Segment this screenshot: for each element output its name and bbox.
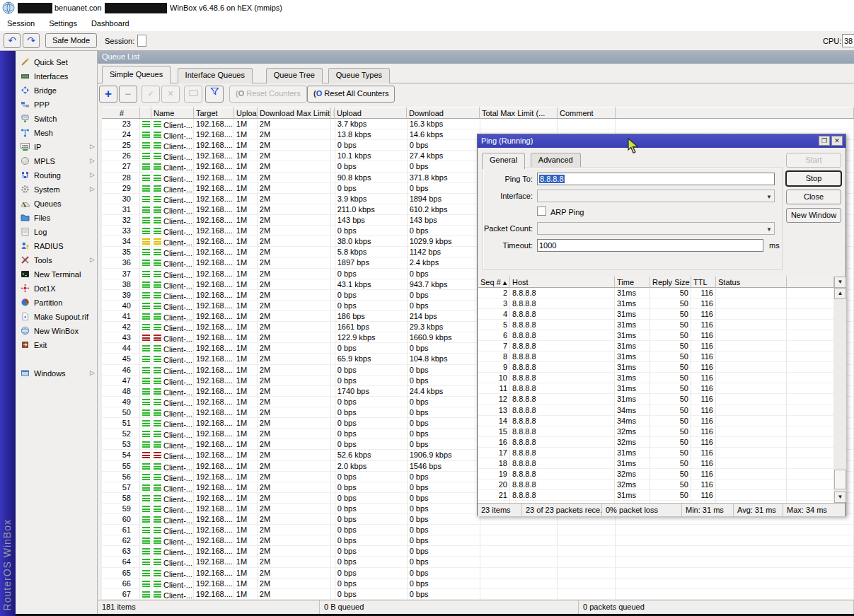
sidebar-item-partition[interactable]: Partition [16, 296, 98, 310]
timeout-input[interactable]: 1000 [537, 239, 763, 252]
column-header-Reply Size[interactable]: Reply Size [650, 277, 691, 288]
ping-result-row[interactable]: 138.8.8.834ms50116 [478, 405, 834, 416]
sidebar-item-ip[interactable]: 255IP▷ [16, 140, 98, 154]
ping-result-row[interactable]: 58.8.8.831ms50116 [478, 320, 834, 330]
sidebar-item-dot1x[interactable]: Dot1X [16, 281, 98, 296]
tab-simple-queues[interactable]: Simple Queues [102, 66, 171, 83]
table-row[interactable]: 63 Client-...192.168....1M2M0 bps0 bps [102, 546, 854, 557]
column-header-Host[interactable]: Host [510, 277, 615, 288]
ping-result-row[interactable]: 148.8.8.834ms50116 [478, 416, 834, 426]
remove-queue-button[interactable]: − [119, 86, 137, 103]
undo-button[interactable]: ↶ [4, 33, 21, 48]
ping-result-row[interactable]: 38.8.8.831ms50116 [478, 298, 834, 309]
column-header-Seq #[interactable]: Seq # ▴ [478, 277, 510, 288]
column-header-Download[interactable]: Download [407, 107, 480, 119]
sidebar-item-switch[interactable]: Switch [16, 112, 98, 126]
stop-button[interactable]: Stop [786, 171, 841, 186]
ping-result-row[interactable]: 178.8.8.831ms50116 [478, 448, 834, 458]
tab-queue-types[interactable]: Queue Types [328, 68, 390, 83]
disable-queue-button[interactable]: ✕ [161, 86, 180, 103]
queue-list-window-title[interactable]: Queue List [98, 51, 854, 64]
sidebar-item-tools[interactable]: Tools▷ [16, 253, 98, 267]
ping-result-row[interactable]: 168.8.8.832ms50116 [478, 437, 834, 448]
column-header-Upload[interactable]: Upload [335, 107, 407, 119]
sidebar-item-ppp[interactable]: PPP [16, 98, 98, 112]
column-header-blank[interactable] [787, 277, 834, 288]
tab-interface-queues[interactable]: Interface Queues [178, 68, 253, 83]
table-row[interactable]: 61 Client-...192.168....1M2M0 bps0 bps [102, 525, 854, 535]
column-header-Download Max Limit[interactable]: Download Max Limit [258, 107, 331, 119]
column-menu-button[interactable]: ▼ [834, 277, 846, 288]
ping-result-row[interactable]: 68.8.8.831ms50116 [478, 330, 834, 341]
column-header-Name[interactable]: Name [151, 107, 194, 119]
sidebar-item-new-terminal[interactable]: New Terminal [16, 267, 98, 281]
ping-dialog-title[interactable]: Ping (Running) [478, 134, 846, 148]
column-header-Total Max Limit (...[interactable]: Total Max Limit (... [480, 107, 558, 119]
ping-result-row[interactable]: 218.8.8.831ms50116 [478, 490, 834, 501]
column-header-#[interactable]: # [102, 107, 140, 119]
ping-table-scrollbar[interactable]: ▲ ▼ [834, 288, 846, 503]
packet-count-select[interactable]: ▼ [537, 222, 775, 235]
arp-ping-checkbox[interactable] [537, 207, 546, 216]
ping-result-row[interactable]: 188.8.8.831ms50116 [478, 458, 834, 469]
ping-result-row[interactable]: 28.8.8.831ms50116 [478, 288, 834, 298]
ping-result-row[interactable]: 198.8.8.832ms50116 [478, 469, 834, 480]
column-header-TTL[interactable]: TTL [691, 277, 716, 288]
close-icon[interactable]: ✕ [831, 136, 843, 146]
sidebar-item-interfaces[interactable]: Interfaces [16, 69, 98, 83]
ping-to-input[interactable]: 8.8.8.8 [537, 173, 775, 185]
ping-result-row[interactable]: 88.8.8.831ms50116 [478, 351, 834, 362]
interface-select[interactable]: ▼ [537, 190, 775, 202]
filter-button[interactable] [205, 86, 224, 103]
sidebar-item-quick-set[interactable]: Quick Set [16, 55, 98, 69]
column-header-Comment[interactable]: Comment [558, 107, 616, 119]
ping-result-row[interactable]: 158.8.8.832ms50116 [478, 426, 834, 437]
sidebar-item-log[interactable]: Log [16, 225, 98, 239]
tab-queue-tree[interactable]: Queue Tree [266, 68, 323, 83]
maximize-icon[interactable]: ❐ [819, 136, 830, 146]
column-header-Uploa...[interactable]: Uploa... [234, 107, 258, 119]
enable-queue-button[interactable]: ✓ [142, 86, 160, 103]
scroll-down-icon[interactable]: ▼ [834, 492, 846, 503]
ping-result-row[interactable]: 208.8.8.832ms50116 [478, 480, 834, 490]
scrollbar-thumb[interactable] [834, 470, 846, 489]
table-row[interactable]: 23 Client-...192.168....1M2M3.7 kbps16.3… [102, 119, 854, 129]
column-header-blank[interactable] [140, 107, 151, 119]
sidebar-item-exit[interactable]: Exit [16, 338, 98, 352]
comment-button[interactable] [184, 86, 202, 103]
ping-result-row[interactable]: 128.8.8.831ms50116 [478, 394, 834, 405]
sidebar-item-system[interactable]: System▷ [16, 182, 98, 197]
column-header-Status[interactable]: Status [716, 277, 787, 288]
reset-all-counters-button[interactable]: (O Reset All Counters [307, 86, 395, 103]
ping-result-row[interactable]: 78.8.8.831ms50116 [478, 341, 834, 351]
scroll-up-icon[interactable]: ▲ [834, 288, 846, 299]
redo-button[interactable]: ↷ [23, 33, 40, 48]
sidebar-item-files[interactable]: Files [16, 211, 98, 225]
menu-dashboard[interactable]: Dashboard [84, 17, 137, 28]
table-row[interactable]: 67 Client-...192.168....1M2M0 bps0 bps [102, 589, 854, 600]
start-button[interactable]: Start [786, 153, 841, 168]
column-header-Target[interactable]: Target [194, 107, 234, 119]
menu-settings[interactable]: Settings [42, 17, 84, 28]
sidebar-item-mpls[interactable]: MPLS▷ [16, 154, 98, 168]
sidebar-item-queues[interactable]: Queues [16, 197, 98, 211]
ping-result-row[interactable]: 118.8.8.831ms50116 [478, 383, 834, 394]
tab-advanced[interactable]: Advanced [531, 153, 581, 167]
column-header-blank[interactable] [616, 107, 854, 119]
table-row[interactable]: 64 Client-...192.168....1M2M0 bps0 bps [102, 557, 854, 567]
column-header-Time[interactable]: Time [615, 277, 650, 288]
session-field[interactable] [137, 35, 146, 47]
tab-general[interactable]: General [482, 153, 525, 169]
table-row[interactable]: 66 Client-...192.168....1M2M0 bps0 bps [102, 579, 854, 589]
sidebar-item-new-winbox[interactable]: New WinBox [16, 324, 98, 338]
sidebar-item-bridge[interactable]: Bridge [16, 83, 98, 98]
table-row[interactable]: 65 Client-...192.168....1M2M0 bps0 bps [102, 568, 854, 579]
add-queue-button[interactable]: + [99, 86, 117, 103]
sidebar-item-windows[interactable]: Windows▷ [16, 366, 98, 380]
ping-result-row[interactable]: 98.8.8.831ms50116 [478, 362, 834, 373]
menu-session[interactable]: Session [0, 17, 42, 28]
reset-counters-button[interactable]: (O Reset Counters [229, 86, 307, 103]
sidebar-item-make-supout-rif[interactable]: Make Supout.rif [16, 310, 98, 324]
sidebar-item-radius[interactable]: RADIUS [16, 239, 98, 253]
close-button[interactable]: Close [786, 190, 841, 204]
